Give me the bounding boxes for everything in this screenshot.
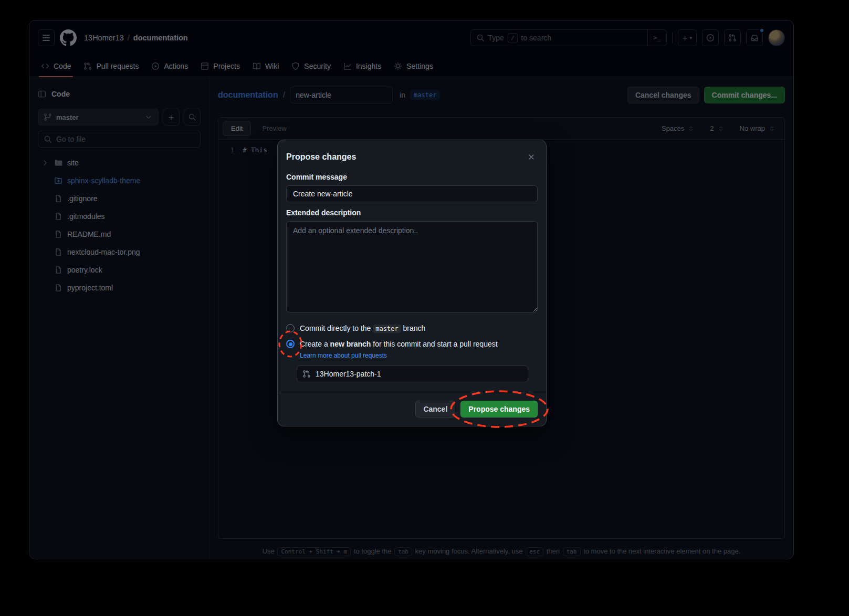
commit-message-input[interactable]	[286, 185, 538, 202]
learn-more-link[interactable]: Learn more about pull requests	[300, 352, 538, 359]
cancel-button[interactable]: Cancel	[415, 401, 455, 417]
github-window: 13Homer13 / documentation Type / to sear…	[29, 20, 794, 559]
git-pull-request-icon	[302, 370, 311, 378]
radio-unchecked-icon[interactable]	[286, 324, 295, 332]
radio-direct-text: Commit directly to the	[300, 324, 373, 332]
radio-direct-text: branch	[401, 324, 426, 332]
radio-branch-text: for this commit and start a pull request	[371, 340, 497, 348]
extended-description-textarea[interactable]	[286, 221, 538, 312]
propose-changes-dialog: Propose changes Commit message Extended …	[277, 140, 547, 426]
propose-changes-button[interactable]: Propose changes	[460, 401, 538, 417]
radio-branch-text: Create a	[300, 340, 330, 348]
branch-name-value: 13Homer13-patch-1	[316, 370, 381, 378]
radio-branch-bold: new branch	[330, 340, 371, 348]
dialog-title: Propose changes	[286, 152, 356, 162]
commit-message-label: Commit message	[286, 173, 538, 181]
radio-checked-icon[interactable]	[286, 340, 295, 348]
radio-create-branch[interactable]: Create a new branch for this commit and …	[286, 340, 538, 348]
extended-description-label: Extended description	[286, 208, 538, 217]
branch-code: master	[373, 325, 401, 333]
close-icon	[527, 153, 536, 161]
close-dialog-button[interactable]	[523, 149, 540, 165]
radio-commit-direct[interactable]: Commit directly to the master branch	[286, 324, 538, 332]
new-branch-name-input[interactable]: 13Homer13-patch-1	[297, 366, 528, 382]
